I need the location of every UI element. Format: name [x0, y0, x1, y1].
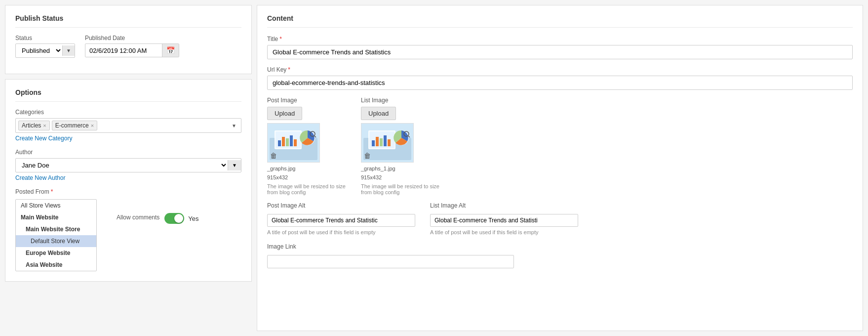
images-row: Post Image Upload	[267, 97, 853, 195]
tag-ecommerce-close[interactable]: ×	[91, 123, 94, 128]
post-image-delete-btn[interactable]: 🗑	[270, 152, 277, 160]
list-image-alt-note: A title of post will be used if this fie…	[430, 229, 558, 235]
author-select[interactable]: Jane Doe	[16, 159, 228, 172]
image-link-label: Image Link	[267, 243, 853, 250]
post-image-alt-input[interactable]	[267, 214, 415, 227]
list-image-filename: _graphs_1.jpg	[361, 166, 440, 171]
tag-articles: Articles ×	[18, 121, 50, 130]
post-image-note: The image will be resized to size from b…	[267, 183, 346, 195]
categories-label: Categories	[15, 109, 241, 116]
url-key-input[interactable]	[267, 76, 853, 90]
svg-rect-17	[376, 137, 379, 146]
list-image-block: List Image Upload	[361, 97, 440, 195]
store-main-website-store[interactable]: Main Website Store	[16, 223, 96, 235]
tag-ecommerce: E-commerce ×	[52, 121, 97, 130]
svg-rect-8	[294, 139, 297, 146]
store-default-store-view[interactable]: Default Store View	[16, 235, 96, 247]
tag-articles-close[interactable]: ×	[43, 123, 46, 128]
store-europe-website[interactable]: Europe Website	[16, 247, 96, 259]
list-image-alt-input[interactable]	[430, 214, 578, 227]
content-panel: Content Title * Url Key * Post Image Upl…	[257, 5, 863, 331]
post-image-alt-note: A title of post will be used if this fie…	[267, 229, 395, 235]
svg-rect-20	[388, 139, 391, 146]
date-input-wrap: 📅	[85, 43, 179, 57]
content-title: Content	[267, 14, 853, 28]
tag-articles-label: Articles	[22, 122, 41, 129]
date-input[interactable]	[85, 44, 162, 57]
categories-wrap[interactable]: Articles × E-commerce × ▼	[15, 118, 241, 133]
title-label: Title *	[267, 36, 853, 42]
allow-comments-toggle[interactable]	[164, 213, 184, 224]
publish-status-title: Publish Status	[15, 14, 241, 28]
toggle-thumb	[174, 214, 183, 223]
list-image-alt-block: List Image Alt A title of post will be u…	[430, 202, 578, 235]
author-select-wrap[interactable]: Jane Doe ▼	[15, 158, 241, 172]
image-link-section: Image Link	[267, 243, 853, 268]
svg-rect-19	[384, 135, 387, 146]
post-image-alt-block: Post Image Alt A title of post will be u…	[267, 202, 415, 235]
svg-rect-5	[282, 137, 285, 146]
list-image-preview: 🗑	[361, 123, 414, 163]
post-image-dims: 915x432	[267, 174, 346, 180]
list-image-label: List Image	[361, 97, 440, 104]
title-input[interactable]	[267, 45, 853, 59]
published-date-label: Published Date	[85, 35, 179, 42]
post-image-block: Post Image Upload	[267, 97, 346, 195]
status-select[interactable]: Published Draft	[16, 44, 62, 57]
categories-dropdown-btn[interactable]: ▼	[230, 122, 238, 129]
publish-status-panel: Publish Status Status Published Draft ▼ …	[5, 5, 252, 74]
create-category-link[interactable]: Create New Category	[15, 135, 72, 142]
post-image-label: Post Image	[267, 97, 346, 104]
alt-row: Post Image Alt A title of post will be u…	[267, 202, 853, 235]
svg-rect-7	[290, 135, 293, 146]
post-image-upload-btn[interactable]: Upload	[267, 107, 302, 120]
author-dropdown-btn[interactable]: ▼	[228, 160, 241, 170]
list-image-alt-label: List Image Alt	[430, 202, 578, 209]
author-label: Author	[15, 149, 241, 156]
allow-comments-wrap: Allow comments Yes	[117, 214, 199, 224]
post-image-filename: _graphs.jpg	[267, 166, 346, 171]
svg-rect-4	[278, 140, 281, 146]
post-image-preview: 🗑	[267, 123, 320, 163]
svg-rect-6	[286, 138, 289, 146]
svg-rect-18	[380, 138, 383, 146]
list-image-note: The image will be resized to size from b…	[361, 183, 440, 195]
status-dropdown-btn[interactable]: ▼	[62, 45, 75, 56]
options-title: Options	[15, 88, 241, 102]
calendar-btn[interactable]: 📅	[162, 44, 179, 57]
svg-rect-16	[372, 140, 375, 146]
create-author-link[interactable]: Create New Author	[15, 174, 65, 181]
posted-from-label: Posted From *	[15, 188, 241, 195]
title-required: *	[279, 36, 282, 42]
list-image-upload-btn[interactable]: Upload	[361, 107, 396, 120]
allow-comments-value: Yes	[188, 215, 198, 222]
options-panel: Options Categories Articles × E-commerce…	[5, 79, 252, 282]
post-image-alt-label: Post Image Alt	[267, 202, 415, 209]
status-label: Status	[15, 35, 75, 42]
required-star: *	[51, 188, 53, 195]
store-main-website[interactable]: Main Website	[16, 211, 96, 223]
store-listbox[interactable]: All Store Views Main Website Main Websit…	[15, 199, 97, 271]
image-link-input[interactable]	[267, 255, 514, 268]
url-key-required: *	[288, 66, 290, 73]
tag-ecommerce-label: E-commerce	[55, 122, 89, 129]
store-all-views[interactable]: All Store Views	[16, 200, 96, 211]
list-image-delete-btn[interactable]: 🗑	[364, 152, 371, 160]
url-key-label: Url Key *	[267, 66, 853, 73]
allow-comments-label: Allow comments	[117, 214, 159, 221]
list-image-dims: 915x432	[361, 174, 440, 180]
store-asia-website[interactable]: Asia Website	[16, 259, 96, 271]
status-select-wrap[interactable]: Published Draft ▼	[15, 43, 75, 58]
